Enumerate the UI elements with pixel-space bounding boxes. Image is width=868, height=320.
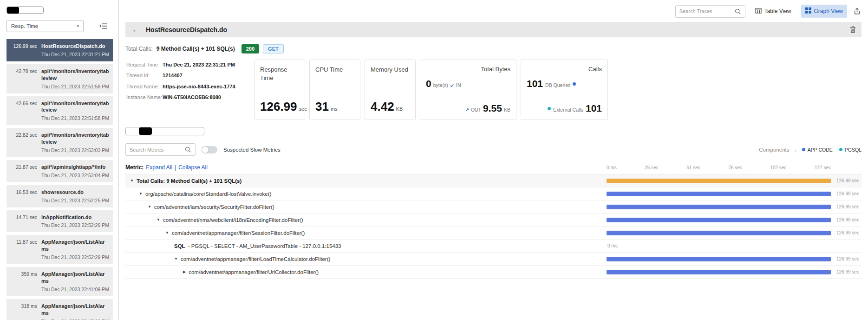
metric-duration: 126.99 sec [833, 269, 861, 274]
total-bytes-card: Total Bytes 0 byte(s) ↙ IN ↗ OUT 9.55 KB [420, 60, 516, 120]
duration-bar[interactable] [607, 205, 831, 209]
metric-tree-row: ▼ com/adventnet/appmanager/filter/Sessio… [125, 227, 861, 240]
trace-response-time: 22.82 sec [9, 132, 37, 153]
trace-item-body: AppManager/json/ListAlarms Thu Dec 21, 2… [41, 271, 109, 292]
trace-timestamp: Thu Dec 21, 2023 22:53:04 PM [41, 173, 109, 178]
thread-name-label: Thread Name: [126, 83, 163, 90]
timeline-axis: 0 ms25 sec51 sec76 sec102 sec127 sec [607, 165, 833, 170]
detail-tab[interactable] [126, 127, 139, 135]
metric-tree: ▼ Total Calls: 9 Method Call(s) + 101 SQ… [125, 174, 861, 279]
tree-toggle-arrow-icon[interactable]: ▼ [130, 179, 134, 183]
request-info-block: Request Time Thu Dec 21, 2023 22:31:21 P… [125, 60, 250, 120]
metric-label: - PGSQL - SELECT - AM_UserPasswordTable … [188, 243, 341, 249]
graph-view-button[interactable]: Graph View [801, 5, 847, 18]
trace-filter-tab[interactable] [7, 7, 19, 13]
metric-tree-row: SQL - PGSQL - SELECT - AM_UserPasswordTa… [125, 240, 861, 253]
share-icon[interactable] [853, 7, 861, 16]
detail-tab[interactable] [139, 127, 152, 135]
trace-filter-tab[interactable] [31, 7, 43, 13]
trace-list-item[interactable]: 16.53 sec showresource.do Thu Dec 21, 20… [7, 185, 113, 207]
tree-toggle-arrow-icon[interactable]: ▶ [183, 270, 186, 274]
trace-list-item[interactable]: 22.82 sec api/*/monitors/inventory/table… [7, 128, 113, 157]
summary-cards-row: Request Time Thu Dec 21, 2023 22:31:21 P… [125, 60, 861, 120]
delete-trace-icon[interactable] [850, 26, 856, 33]
tree-toggle-arrow-icon[interactable]: ▼ [139, 192, 143, 196]
chevron-down-icon: ▾ [77, 24, 79, 28]
db-queries-row: 101 DB Queries [527, 78, 602, 89]
trace-list-item[interactable]: 318 ms AppManager/json/ListAlarms Thu De… [7, 299, 113, 320]
trace-list-item[interactable]: 14.71 sec inAppNotification.do Thu Dec 2… [7, 210, 113, 233]
tree-toggle-arrow-icon[interactable]: ▼ [174, 257, 178, 261]
metric-label-cell: ▼ com/adventnet/iam/security/SecurityFil… [125, 204, 607, 210]
duration-bar[interactable] [607, 270, 831, 274]
bytes-out-row: ↗ OUT 9.55 KB [465, 103, 510, 114]
trace-name: AppManager/json/ListAlarms [41, 271, 109, 285]
duration-bar[interactable] [607, 231, 831, 235]
search-metrics-input[interactable] [130, 147, 182, 153]
trace-list-item[interactable]: 42.78 sec api/*/monitors/inventory/table… [7, 64, 113, 93]
main-panel: Table View Graph View ← HostResourceDisp… [119, 0, 868, 320]
slow-metrics-toggle[interactable] [202, 146, 217, 153]
external-calls-dot [548, 107, 551, 110]
sort-dropdown[interactable]: Resp. Time ▾ [7, 20, 84, 32]
metric-label: com/adventnet/nms/webclient/i18n/Encodin… [163, 217, 303, 223]
timeline-value-text: 0 ms [607, 243, 618, 248]
search-traces-input[interactable] [679, 8, 731, 14]
trace-response-time: 126.99 sec [9, 43, 37, 57]
instance-name-label: Instance Name: [126, 94, 163, 100]
duration-bar[interactable] [607, 218, 831, 222]
trace-list-item[interactable]: 359 ms AppManager/json/ListAlarms Thu De… [7, 267, 113, 296]
trace-name: api/*/monitors/inventory/tableview [41, 100, 109, 114]
search-icon[interactable] [734, 8, 741, 15]
timeline-tick-label: 0 ms [607, 165, 617, 170]
cpu-time-unit: ms [331, 106, 338, 112]
trace-list-item[interactable]: 21.87 sec api/*/apminsight/app/*/info Th… [7, 160, 113, 182]
collapse-all-link[interactable]: Collapse All [178, 164, 208, 171]
response-time-unit: sec [299, 106, 307, 112]
slow-metrics-toggle-label: Suspected Slow Metrics [223, 147, 281, 153]
detail-tab[interactable] [178, 127, 191, 135]
duration-bar[interactable] [607, 192, 831, 196]
metric-duration: 126.99 sec [833, 230, 861, 235]
detail-tab[interactable] [165, 127, 178, 135]
cpu-time-value: 31 [315, 100, 329, 114]
search-icon[interactable] [184, 146, 191, 153]
trace-item-body: inAppNotification.do Thu Dec 21, 2023 22… [41, 214, 109, 228]
metric-header-left: Metric: Expand All | Collapse All [125, 164, 607, 171]
trace-list-item[interactable]: 11.87 sec AppManager/json/ListAlarms Thu… [7, 235, 113, 264]
metric-timeline-cell [607, 192, 833, 196]
tree-toggle-arrow-icon[interactable]: ▼ [148, 205, 151, 209]
detail-tab[interactable] [191, 127, 204, 135]
request-time-value: Thu Dec 21, 2023 22:31:21 PM [163, 61, 235, 68]
memory-used-value: 4.42 [371, 100, 394, 114]
memory-used-card: Memory Used 4.42 KB [365, 60, 416, 120]
bytes-in-value: 0 [426, 78, 431, 89]
expand-all-link[interactable]: Expand All [146, 164, 172, 171]
trace-item-body: api/*/monitors/inventory/tableview Thu D… [41, 100, 109, 121]
trace-filter-tab[interactable] [19, 7, 31, 13]
sort-dropdown-value: Resp. Time [11, 23, 38, 29]
metric-duration: 126.99 sec [833, 256, 861, 261]
tree-toggle-arrow-icon[interactable]: ▼ [157, 218, 160, 222]
collapse-panel-icon[interactable] [98, 22, 108, 30]
metric-label-cell: SQL - PGSQL - SELECT - AM_UserPasswordTa… [125, 243, 607, 249]
response-time-card-label: Response Time [260, 66, 299, 82]
trace-timestamp: Thu Dec 21, 2023 22:51:58 PM [41, 84, 109, 89]
trace-list-item[interactable]: 42.66 sec api/*/monitors/inventory/table… [7, 96, 113, 126]
duration-bar[interactable] [607, 179, 831, 183]
metric-tree-row: ▼ com/adventnet/iam/security/SecurityFil… [125, 200, 861, 213]
components-label: Components [759, 147, 789, 153]
external-calls-value: 101 [586, 103, 602, 114]
cpu-time-card: CPU Time 31 ms [309, 60, 360, 120]
request-time-label: Request Time [126, 61, 163, 68]
tree-toggle-arrow-icon[interactable]: ▼ [165, 231, 169, 235]
detail-tab[interactable] [152, 127, 165, 135]
metric-timeline-cell: 0 ms [607, 243, 833, 248]
trace-list-item[interactable]: 126.99 sec HostResourceDispatch.do Thu D… [7, 39, 113, 61]
trace-name: AppManager/json/ListAlarms [41, 303, 109, 317]
back-arrow-icon[interactable]: ← [131, 26, 140, 33]
duration-bar[interactable] [607, 257, 831, 261]
trace-timestamp: Thu Dec 21, 2023 22:53:03 PM [41, 147, 109, 153]
trace-list: 126.99 sec HostResourceDispatch.do Thu D… [7, 39, 113, 320]
table-view-button[interactable]: Table View [751, 5, 796, 18]
